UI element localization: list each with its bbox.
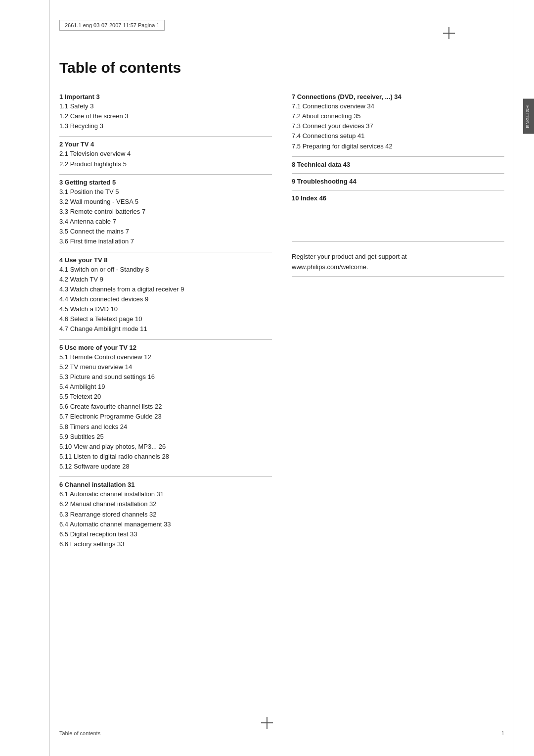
toc-item: 6.4 Automatic channel management 33: [59, 520, 272, 529]
page-footer: Table of contents 1: [59, 730, 504, 736]
crosshair-top-icon: [443, 27, 455, 39]
toc-section-3-header: 3 Getting started 5: [59, 179, 272, 186]
bottom-divider-bottom: [292, 276, 504, 277]
toc-item: 4.2 Watch TV 9: [59, 275, 272, 284]
toc-item: 7.4 Connections setup 41: [292, 131, 504, 141]
toc-section-5: 5 Use more of your TV 12 5.1 Remote Cont…: [59, 344, 272, 472]
toc-item: 6.3 Rearrange stored channels 32: [59, 510, 272, 520]
section-divider: [59, 174, 272, 175]
toc-item: 5.4 Ambilight 19: [59, 382, 272, 392]
toc-item: 4.4 Watch connected devices 9: [59, 294, 272, 304]
toc-item: 3.1 Position the TV 5: [59, 187, 272, 197]
page-title: Table of contents: [59, 59, 504, 76]
register-text: Register your product and get support at: [292, 252, 504, 262]
toc-section-7-header: 7 Connections (DVD, receiver, ...) 34: [292, 93, 504, 100]
toc-item: 6.1 Automatic channel installation 31: [59, 489, 272, 499]
toc-section-2: 2 Your TV 4 2.1 Television overview 4 2.…: [59, 141, 272, 169]
toc-item: 4.6 Select a Teletext page 10: [59, 314, 272, 324]
toc-columns: 1 Important 3 1.1 Safety 3 1.2 Care of t…: [59, 90, 504, 554]
page: 2661.1 eng 03-07-2007 11:57 Pagina 1 Eng…: [0, 0, 534, 756]
footer-left: Table of contents: [59, 730, 100, 736]
section-divider: [59, 136, 272, 137]
toc-item: 1.2 Care of the screen 3: [59, 111, 272, 121]
toc-item: 7.1 Connections overview 34: [292, 101, 504, 111]
toc-item: 4.3 Watch channels from a digital receiv…: [59, 284, 272, 294]
header-stamp: 2661.1 eng 03-07-2007 11:57 Pagina 1: [59, 20, 165, 31]
footer-right: 1: [501, 730, 504, 736]
toc-item: 6.2 Manual channel installation 32: [59, 499, 272, 509]
toc-item: 5.8 Timers and locks 24: [59, 422, 272, 432]
toc-item: 7.2 About connecting 35: [292, 111, 504, 121]
toc-item: 3.2 Wall mounting - VESA 5: [59, 197, 272, 207]
register-block: Register your product and get support at…: [292, 252, 504, 273]
toc-item: 5.7 Electronic Programme Guide 23: [59, 412, 272, 422]
toc-left-column: 1 Important 3 1.1 Safety 3 1.2 Care of t…: [59, 90, 272, 554]
toc-section-10-header: 10 Index 46: [292, 194, 504, 202]
toc-item: 2.2 Product highlights 5: [59, 159, 272, 169]
section-divider: [59, 252, 272, 252]
section-divider: [292, 190, 504, 190]
toc-item: 4.1 Switch on or off - Standby 8: [59, 265, 272, 275]
toc-item: 5.3 Picture and sound settings 16: [59, 372, 272, 382]
toc-section-6-header: 6 Channel installation 31: [59, 481, 272, 488]
side-tab: English: [523, 99, 534, 134]
toc-item: 3.6 First time installation 7: [59, 236, 272, 246]
toc-section-7: 7 Connections (DVD, receiver, ...) 34 7.…: [292, 93, 504, 151]
toc-section-3: 3 Getting started 5 3.1 Position the TV …: [59, 179, 272, 247]
toc-item: 6.6 Factory settings 33: [59, 539, 272, 549]
toc-section-1: 1 Important 3 1.1 Safety 3 1.2 Care of t…: [59, 93, 272, 131]
section-divider: [292, 156, 504, 157]
toc-section-10: 10 Index 46: [292, 194, 504, 202]
toc-item: 6.5 Digital reception test 33: [59, 529, 272, 539]
toc-section-1-header: 1 Important 3: [59, 93, 272, 100]
toc-item: 5.5 Teletext 20: [59, 392, 272, 402]
toc-item: 7.3 Connect your devices 37: [292, 121, 504, 131]
toc-section-8-header: 8 Technical data 43: [292, 161, 504, 168]
toc-item: 5.9 Subtitles 25: [59, 432, 272, 442]
toc-section-9-header: 9 Troubleshooting 44: [292, 178, 504, 185]
right-margin: [514, 0, 514, 756]
toc-item: 3.5 Connect the mains 7: [59, 227, 272, 236]
toc-item: 1.3 Recycling 3: [59, 121, 272, 131]
toc-item: 4.5 Watch a DVD 10: [59, 304, 272, 314]
toc-item: 3.3 Remote control batteries 7: [59, 207, 272, 217]
toc-section-4: 4 Use your TV 8 4.1 Switch on or off - S…: [59, 256, 272, 334]
toc-item: 5.1 Remote Control overview 12: [59, 352, 272, 362]
toc-item: 7.5 Preparing for digital services 42: [292, 142, 504, 151]
toc-section-5-header: 5 Use more of your TV 12: [59, 344, 272, 351]
register-url: www.philips.com/welcome.: [292, 262, 504, 273]
toc-item: 5.10 View and play photos, MP3... 26: [59, 442, 272, 452]
toc-section-4-header: 4 Use your TV 8: [59, 256, 272, 264]
toc-right-column: 7 Connections (DVD, receiver, ...) 34 7.…: [292, 90, 504, 280]
toc-section-9: 9 Troubleshooting 44: [292, 178, 504, 185]
main-content: Table of contents 1 Important 3 1.1 Safe…: [59, 59, 504, 554]
toc-item: 1.1 Safety 3: [59, 101, 272, 111]
section-divider: [59, 476, 272, 477]
left-margin: [49, 0, 50, 756]
toc-item: 5.6 Create favourite channel lists 22: [59, 402, 272, 412]
toc-item: 4.7 Change Ambilight mode 11: [59, 324, 272, 334]
toc-item: 3.4 Antenna cable 7: [59, 217, 272, 227]
toc-section-2-header: 2 Your TV 4: [59, 141, 272, 148]
toc-section-8: 8 Technical data 43: [292, 161, 504, 168]
section-divider: [292, 173, 504, 174]
crosshair-bottom-icon: [261, 717, 273, 729]
toc-item: 5.11 Listen to digital radio channels 28: [59, 452, 272, 462]
toc-item: 5.12 Software update 28: [59, 462, 272, 472]
bottom-divider-top: [292, 241, 504, 242]
toc-section-6: 6 Channel installation 31 6.1 Automatic …: [59, 481, 272, 549]
toc-item: 5.2 TV menu overview 14: [59, 362, 272, 372]
section-divider: [59, 339, 272, 340]
toc-item: 2.1 Television overview 4: [59, 149, 272, 159]
